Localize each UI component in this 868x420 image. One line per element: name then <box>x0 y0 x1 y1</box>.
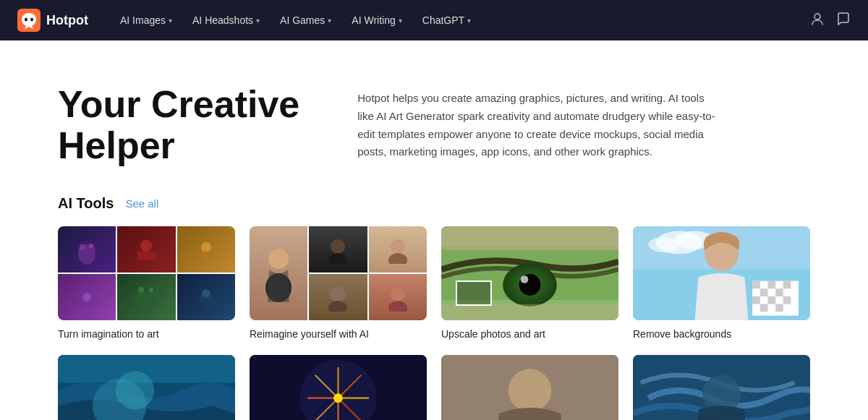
svg-rect-49 <box>767 296 775 304</box>
svg-point-23 <box>391 239 405 254</box>
svg-point-15 <box>138 287 144 293</box>
brand-logo[interactable]: Hotpot <box>17 9 88 32</box>
tool-image-remove-bg <box>633 226 810 320</box>
svg-point-26 <box>328 301 347 312</box>
svg-rect-5 <box>78 242 95 244</box>
svg-rect-52 <box>775 304 783 312</box>
tool-card-painting[interactable] <box>633 355 810 420</box>
nav-item-ai-images[interactable]: AI Images ▾ <box>111 10 181 30</box>
nav-item-ai-writing[interactable]: AI Writing ▾ <box>343 10 410 30</box>
navigation: Hotpot AI Images ▾ AI Headshots ▾ AI Gam… <box>0 0 868 40</box>
hero-section: Your Creative Helper Hotpot helps you cr… <box>0 40 868 195</box>
tools-header: AI Tools See all <box>58 195 810 212</box>
svg-point-6 <box>80 244 85 250</box>
tool-card-fireworks[interactable] <box>250 355 427 420</box>
svg-point-7 <box>89 244 93 248</box>
svg-rect-34 <box>441 226 618 250</box>
svg-point-11 <box>200 251 212 258</box>
nav-label-ai-games: AI Games <box>280 14 325 26</box>
nav-label-ai-headshots: AI Headshots <box>192 14 253 26</box>
svg-point-16 <box>149 288 153 292</box>
tool-image-fireworks <box>250 355 427 420</box>
svg-rect-48 <box>752 296 760 304</box>
hero-title: Your Creative Helper <box>58 84 299 166</box>
brand-name: Hotpot <box>46 13 88 28</box>
svg-rect-44 <box>767 281 775 289</box>
mosaic-cell-2 <box>117 226 175 273</box>
svg-rect-51 <box>760 304 768 312</box>
headshot-5 <box>369 274 427 320</box>
tool-image-painting <box>633 355 810 420</box>
svg-point-1 <box>25 18 27 22</box>
svg-rect-71 <box>441 355 618 420</box>
nav-right <box>810 12 851 30</box>
hero-description: Hotpot helps you create amazing graphics… <box>357 90 719 161</box>
tools-grid: Turn imagination to art <box>58 226 810 340</box>
svg-point-40 <box>648 237 679 252</box>
tool-image-headshots <box>250 226 427 320</box>
mosaic-cell-4 <box>58 274 116 320</box>
svg-point-67 <box>333 394 343 403</box>
svg-rect-47 <box>775 289 783 297</box>
tool-image-art-generator <box>58 226 235 320</box>
tool-image-upscale <box>441 226 618 320</box>
tool-image-portrait <box>441 355 618 420</box>
hero-title-line1: Your Creative <box>58 83 299 125</box>
mosaic-cell-3 <box>177 226 235 273</box>
nav-item-ai-headshots[interactable]: AI Headshots ▾ <box>184 10 268 30</box>
svg-point-27 <box>391 287 405 301</box>
nav-items: AI Images ▾ AI Headshots ▾ AI Games ▾ AI… <box>111 10 804 30</box>
upscale-zoom-box <box>456 280 492 306</box>
user-icon[interactable] <box>810 12 825 30</box>
tool-card-art-generator[interactable]: Turn imagination to art <box>58 226 235 340</box>
hero-right: Hotpot helps you create amazing graphics… <box>357 84 810 161</box>
nav-label-ai-writing: AI Writing <box>352 14 395 26</box>
nav-label-ai-images: AI Images <box>120 14 166 26</box>
svg-point-56 <box>116 372 154 410</box>
hero-title-line2: Helper <box>58 124 175 166</box>
tool-card-upscale[interactable]: Upscale photos and art <box>441 226 618 340</box>
headshot-3 <box>369 226 427 273</box>
svg-point-24 <box>388 253 407 264</box>
tool-image-ocean <box>58 355 235 420</box>
nav-item-ai-games[interactable]: AI Games ▾ <box>271 10 340 30</box>
headshot-2 <box>309 226 367 273</box>
tool-card-headshots[interactable]: Reimagine yourself with AI <box>250 226 427 340</box>
tools-section-title: AI Tools <box>58 195 114 212</box>
chevron-down-icon: ▾ <box>256 17 260 25</box>
svg-point-21 <box>331 239 345 254</box>
hero-left: Your Creative Helper <box>58 84 299 166</box>
svg-point-3 <box>814 14 820 20</box>
mosaic-cell-6 <box>177 274 235 320</box>
chevron-down-icon: ▾ <box>328 17 331 25</box>
mosaic-cell-1 <box>58 226 116 273</box>
message-icon[interactable] <box>836 12 851 30</box>
svg-point-25 <box>330 286 346 302</box>
chevron-down-icon: ▾ <box>467 17 471 25</box>
svg-point-8 <box>140 240 152 252</box>
svg-rect-50 <box>783 296 791 304</box>
svg-rect-35 <box>441 304 618 320</box>
tool-card-remove-bg[interactable]: Remove backgrounds <box>633 226 810 340</box>
chevron-down-icon: ▾ <box>399 17 402 25</box>
svg-point-19 <box>268 249 289 269</box>
svg-point-18 <box>202 289 210 298</box>
svg-rect-46 <box>760 289 768 297</box>
tools-section: AI Tools See all <box>0 195 868 420</box>
nav-label-chatgpt: ChatGPT <box>422 14 464 26</box>
svg-point-28 <box>388 301 407 312</box>
tool-label-upscale: Upscale photos and art <box>441 328 545 340</box>
tool-label-headshots: Reimagine yourself with AI <box>250 328 369 340</box>
tools-grid-row2 <box>58 355 810 420</box>
nav-item-chatgpt[interactable]: ChatGPT ▾ <box>414 10 480 30</box>
svg-point-13 <box>82 293 91 301</box>
headshot-1 <box>250 226 307 320</box>
tool-card-ocean[interactable] <box>58 355 235 420</box>
svg-rect-9 <box>137 252 156 260</box>
see-all-link[interactable]: See all <box>125 197 158 210</box>
svg-point-10 <box>201 242 211 252</box>
tool-card-portrait[interactable] <box>441 355 618 420</box>
svg-point-22 <box>328 253 347 264</box>
tool-label-remove-bg: Remove backgrounds <box>633 328 731 340</box>
headshot-4 <box>309 274 367 320</box>
